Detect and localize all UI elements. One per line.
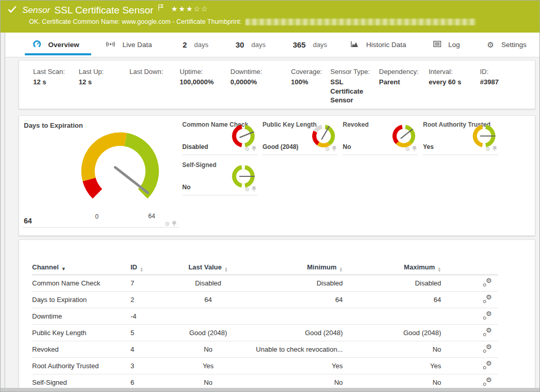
column-header-minimum[interactable]: Minimum▲▼	[244, 263, 343, 272]
status-message: OK. Certificate Common Name: www.google.…	[29, 18, 242, 25]
info-item: Interval: every 60 s	[429, 68, 480, 105]
tab-settings[interactable]: ⚙ Settings	[487, 33, 530, 57]
table-row: Common Name Check 7 Disabled Disabled Di…	[32, 275, 498, 292]
channel-gauge-value: Yes	[423, 143, 434, 150]
tab-historic-data[interactable]: Historic Data	[351, 33, 410, 57]
channel-gauge-panel-common-name-check: Common Name Check Disabled ⚙	[182, 119, 257, 155]
horizontal-scrollbar[interactable]	[1, 388, 539, 391]
pin-icon[interactable]	[332, 144, 337, 154]
status-ok-check-icon	[8, 6, 17, 15]
cell-channel: Common Name Check	[32, 279, 130, 287]
tab-365-days[interactable]: 365 days	[289, 33, 327, 57]
column-header-id[interactable]: ID▲▼	[130, 263, 172, 272]
info-value: 12 s	[33, 78, 79, 87]
column-header-maximum[interactable]: Maximum▲▼	[343, 263, 441, 272]
pin-icon[interactable]	[252, 144, 256, 154]
column-header-channel[interactable]: Channel▼	[32, 263, 130, 272]
table-header-row: Channel▼ ID▲▼ Last Value▲▼ Minimum▲▼ Max…	[32, 261, 498, 275]
tab-icon	[106, 41, 115, 49]
channel-settings-icon[interactable]: ⚙	[483, 278, 492, 287]
channel-gauge-value: Good (2048)	[262, 143, 298, 150]
channel-gauge-panel-self-signed: Self-Signed No ⚙	[182, 159, 257, 195]
channel-gauge-title: Revoked	[343, 121, 369, 128]
sensor-title-row: Sensor SSL Certificate Sensor ★★★☆☆	[8, 5, 209, 16]
channel-settings-icon[interactable]: ⚙	[483, 361, 492, 369]
sort-icon: ▲▼	[140, 263, 143, 272]
info-value: #3987	[480, 78, 511, 87]
info-item: Last Up: 12 s	[79, 68, 129, 105]
info-item: Downtime: 0,0000%	[230, 68, 291, 105]
info-label: Uptime:	[180, 68, 230, 76]
tab-log[interactable]: Log	[433, 33, 464, 57]
days-to-expiration-gauge	[63, 122, 177, 215]
channel-gauge-value: Disabled	[182, 143, 208, 150]
cell-maximum: Yes	[343, 362, 441, 370]
table-row: Revoked 4 No Unable to check revocation.…	[32, 341, 498, 358]
gauge-actions: ⚙	[325, 144, 337, 154]
pin-icon[interactable]	[252, 185, 256, 194]
gauge-scale-max: 64	[145, 213, 158, 220]
cell-channel: Revoked	[32, 345, 130, 353]
info-label: Last Up:	[79, 68, 129, 76]
info-item: Coverage: 100%	[291, 68, 330, 105]
flag-icon[interactable]	[158, 4, 164, 13]
gear-icon[interactable]: ⚙	[325, 146, 330, 152]
pin-icon[interactable]	[412, 144, 417, 154]
tab-icon	[433, 41, 441, 49]
gear-icon[interactable]: ⚙	[244, 146, 250, 152]
tab-30-days[interactable]: 30 days	[232, 33, 266, 57]
cell-channel: Downtime	[32, 312, 130, 320]
sensor-page: Sensor SSL Certificate Sensor ★★★☆☆ OK. …	[0, 0, 540, 392]
cell-id: 3	[130, 362, 172, 370]
channel-settings-icon[interactable]: ⚙	[483, 344, 492, 353]
gauge-actions: ⚙	[405, 144, 417, 154]
sort-icon: ▲▼	[437, 263, 441, 272]
cell-minimum: Disabled	[244, 279, 343, 287]
channel-gauge-grid: Common Name Check Disabled ⚙ Public Key …	[182, 119, 499, 195]
priority-star-rating[interactable]: ★★★☆☆	[171, 5, 209, 13]
gauge-actions: ⚙	[485, 144, 497, 154]
cell-last-value: No	[172, 345, 244, 353]
cell-maximum: 64	[343, 296, 441, 304]
cell-maximum: Disabled	[343, 279, 441, 287]
cell-last-value: Yes	[172, 362, 244, 370]
cell-id: 4	[130, 345, 172, 353]
panel-separator	[22, 227, 179, 228]
info-item: Sensor Type: SSL Certificate Sensor	[330, 68, 379, 105]
pin-icon[interactable]	[492, 144, 497, 154]
cell-id: 6	[130, 379, 172, 386]
cell-minimum: Unable to check revocation...	[244, 345, 343, 353]
tab-overview[interactable]: Overview	[33, 33, 83, 57]
sort-icon: ▼	[61, 264, 66, 272]
table-row: Downtime -4 ⚙	[32, 308, 498, 325]
channel-settings-icon[interactable]: ⚙	[483, 311, 492, 320]
cell-id: 7	[130, 279, 172, 287]
tab-live-data[interactable]: Live Data	[106, 33, 155, 57]
info-value: 0,0000%	[230, 78, 291, 87]
gauge-actions: ⚙	[244, 185, 256, 194]
channel-settings-icon[interactable]: ⚙	[483, 378, 492, 386]
channel-settings-icon[interactable]: ⚙	[483, 295, 492, 303]
gear-icon[interactable]: ⚙	[405, 146, 410, 152]
page-title: SSL Certificate Sensor	[54, 5, 154, 16]
cell-maximum: No	[343, 379, 441, 386]
gear-icon[interactable]: ⚙	[244, 187, 250, 192]
channel-gauge-panel-root-authority-trusted: Root Authority Trusted Yes ⚙	[423, 119, 498, 155]
info-item: Dependency: Parent	[379, 68, 429, 105]
tab-2-days[interactable]: 2 days	[179, 33, 209, 57]
cell-channel: Days to Expiration	[32, 296, 130, 304]
status-banner: Sensor SSL Certificate Sensor ★★★☆☆ OK. …	[1, 1, 539, 33]
info-value: 100%	[291, 78, 330, 87]
channel-gauge-panel-revoked: Revoked No ⚙	[343, 119, 418, 155]
info-label: Last Down:	[129, 68, 180, 76]
cell-id: 2	[130, 296, 172, 304]
gear-icon[interactable]: ⚙	[165, 221, 170, 227]
gear-icon[interactable]: ⚙	[485, 146, 490, 152]
info-value: Parent	[379, 78, 429, 87]
cell-channel: Root Authority Trusted	[32, 362, 130, 370]
table-body: Common Name Check 7 Disabled Disabled Di…	[32, 275, 498, 391]
info-value: 12 s	[79, 78, 129, 87]
column-header-last-value[interactable]: Last Value▲▼	[172, 263, 244, 272]
channel-settings-icon[interactable]: ⚙	[483, 328, 492, 336]
info-label: Sensor Type:	[330, 68, 379, 76]
